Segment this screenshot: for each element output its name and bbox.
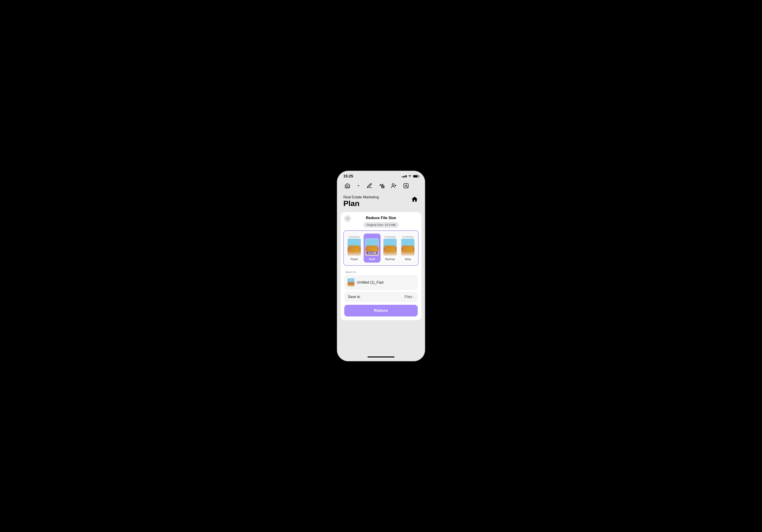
compress-option-fast[interactable]: 14.1 MB Fast (364, 234, 381, 263)
person-add-icon[interactable] (390, 182, 398, 190)
original-size-badge: Original Size: 15.9 MB (363, 222, 399, 228)
home-toolbar-icon[interactable] (343, 182, 351, 190)
title-block: Real Estate Marketing Plan (343, 195, 379, 208)
header-subtitle: Real Estate Marketing (343, 195, 379, 199)
svg-line-6 (407, 187, 408, 187)
compress-fast-size: 14.1 MB (366, 252, 378, 255)
compress-slow-label: Slow (405, 258, 411, 261)
save-to-destination-text: Files (405, 295, 412, 299)
battery-icon (413, 175, 419, 178)
app-toolbar (337, 180, 425, 192)
filename-text: Untitled (1)_Fast (357, 280, 383, 284)
header-title: Plan (343, 199, 379, 208)
compress-fast-label: Fast (369, 258, 375, 261)
reduce-button[interactable]: Reduce (344, 305, 418, 317)
save-to-destination: Files › (405, 295, 414, 299)
modal-sheet: × Reduce File Size Original Size: 15.9 M… (341, 212, 421, 320)
compress-flash-thumb (347, 239, 361, 256)
home-indicator (337, 354, 425, 361)
pen-icon[interactable] (365, 182, 374, 190)
translate-icon[interactable] (378, 182, 386, 190)
phone-frame: 15:25 (337, 171, 425, 361)
compress-slow-top-label: Compress (402, 235, 414, 238)
dropdown-chevron[interactable] (355, 183, 361, 189)
compress-fast-thumb: 14.1 MB (365, 239, 379, 256)
page-header: Real Estate Marketing Plan (337, 192, 425, 212)
compress-option-flash[interactable]: Compress Flash (345, 234, 363, 263)
save-to-row[interactable]: Save to Files › (344, 292, 418, 302)
svg-point-1 (392, 184, 394, 186)
compress-flash-label: Flash (350, 258, 358, 261)
compression-options-container: Compress Flash 14.1 MB Fast (343, 230, 419, 266)
compress-option-slow[interactable]: Compress Slow (400, 234, 417, 263)
chevron-right-icon: › (413, 295, 414, 299)
modal-header: × Reduce File Size Original Size: 15.9 M… (341, 212, 421, 230)
status-icons (402, 175, 419, 178)
filename-thumb (347, 278, 355, 287)
save-as-label: Save As (344, 270, 418, 274)
status-time: 15:25 (343, 174, 353, 179)
compress-flash-top-label: Compress (348, 235, 360, 238)
wifi-icon (408, 175, 412, 178)
modal-container: × Reduce File Size Original Size: 15.9 M… (337, 212, 425, 354)
modal-title: Reduce File Size (366, 216, 396, 220)
compress-option-normal[interactable]: Compress Normal (381, 234, 399, 263)
search-badge-icon[interactable] (402, 182, 410, 190)
compression-options: Compress Flash 14.1 MB Fast (345, 234, 417, 263)
svg-point-5 (405, 185, 407, 187)
save-to-label: Save to (348, 295, 360, 299)
compress-fast-top-label (372, 235, 372, 238)
filename-row[interactable]: Untitled (1)_Fast (344, 275, 418, 290)
compress-normal-label: Normal (385, 258, 395, 261)
home-bar (367, 356, 395, 357)
compress-normal-thumb (383, 239, 397, 256)
header-home-icon[interactable] (411, 195, 419, 203)
save-as-section: Save As Untitled (1)_Fast Save to Files … (341, 268, 421, 305)
compress-slow-thumb (401, 239, 415, 256)
status-bar: 15:25 (337, 171, 425, 180)
signal-icon (402, 175, 407, 178)
compress-normal-top-label: Compress (384, 235, 396, 238)
close-button[interactable]: × (344, 215, 351, 222)
